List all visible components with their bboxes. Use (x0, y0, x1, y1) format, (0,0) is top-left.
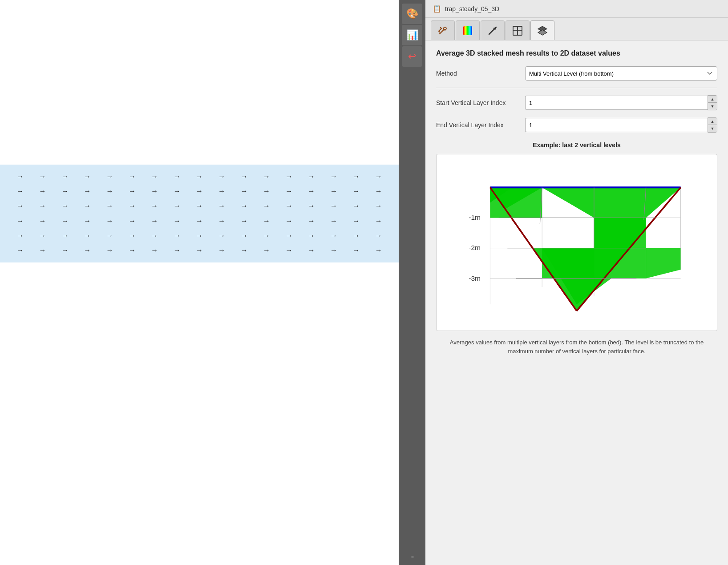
toolbar (425, 18, 728, 40)
layers-button[interactable]: 📊 (402, 25, 422, 45)
arrow-cell: → (54, 184, 76, 198)
undo-button[interactable]: ↩ (402, 46, 422, 67)
end-layer-up[interactable]: ▲ (708, 118, 717, 125)
svg-text:-3m: -3m (469, 274, 481, 282)
arrow-cell: → (9, 184, 31, 198)
tab-tools[interactable] (431, 20, 455, 40)
arrow-cell: → (210, 243, 233, 258)
arrow-cell: → (323, 199, 345, 214)
tab-grid[interactable] (506, 20, 530, 40)
arrow-cell: → (54, 214, 76, 228)
arrow-cell: → (98, 214, 121, 228)
arrow-cell: → (166, 243, 188, 258)
start-layer-buttons: ▲ ▼ (708, 95, 717, 110)
arrow-cell: → (323, 228, 345, 243)
left-sidebar: 🎨 📊 ↩ ··· (399, 0, 425, 565)
start-layer-input[interactable]: 1 (525, 96, 708, 110)
method-label: Method (436, 70, 525, 77)
arrow-cell: → (345, 184, 367, 198)
arrow-cell: → (166, 199, 188, 214)
start-layer-spinbox: 1 ▲ ▼ (525, 95, 717, 110)
arrow-cell: → (300, 243, 323, 258)
arrow-cell: → (278, 184, 300, 198)
arrow-cell: → (300, 199, 323, 214)
start-layer-down[interactable]: ▼ (708, 103, 717, 110)
arrow-cell: → (233, 243, 255, 258)
arrow-cell: → (9, 199, 31, 214)
arrow-cell: → (278, 228, 300, 243)
arrow-cell: → (323, 169, 345, 184)
arrow-cell: → (368, 184, 390, 198)
svg-rect-1 (463, 26, 472, 35)
arrow-cell: → (98, 199, 121, 214)
arrow-cell: → (210, 214, 233, 228)
arrow-cell: → (345, 214, 367, 228)
title-bar: 📋 trap_steady_05_3D (425, 0, 728, 18)
arrow-cell: → (368, 228, 390, 243)
arrow-cell: → (76, 228, 98, 243)
tab-arrow[interactable] (481, 20, 505, 40)
method-select[interactable]: Multi Vertical Level (from bottom) Singl… (525, 66, 717, 81)
arrow-cell: → (9, 243, 31, 258)
arrow-cell: → (278, 199, 300, 214)
arrow-cell: → (31, 169, 53, 184)
end-layer-spinbox: 1 ▲ ▼ (525, 117, 717, 133)
arrow-cell: → (323, 214, 345, 228)
arrow-cell: → (368, 199, 390, 214)
arrow-cell: → (121, 169, 143, 184)
arrow-cell: → (121, 199, 143, 214)
tab-colors[interactable] (456, 20, 480, 40)
arrow-cell: → (121, 243, 143, 258)
start-layer-label: Start Vertical Layer Index (436, 99, 525, 106)
arrow-cell: → (9, 228, 31, 243)
main-content: Average 3D stacked mesh results to 2D da… (425, 40, 728, 565)
arrow-cell: → (166, 184, 188, 198)
arrow-cell: → (188, 243, 210, 258)
arrow-cell: → (210, 169, 233, 184)
arrow-cell: → (31, 243, 53, 258)
arrow-cell: → (345, 228, 367, 243)
right-panel: 📋 trap_steady_05_3D (425, 0, 728, 565)
arrow-cell: → (143, 228, 166, 243)
arrow-cell: → (121, 214, 143, 228)
arrow-cell: → (166, 228, 188, 243)
arrow-cell: → (76, 214, 98, 228)
arrow-cell: → (143, 214, 166, 228)
arrow-cell: → (255, 199, 278, 214)
arrow-cell: → (323, 243, 345, 258)
arrow-cell: → (31, 228, 53, 243)
arrow-cell: → (76, 243, 98, 258)
arrow-cell: → (255, 243, 278, 258)
end-layer-input[interactable]: 1 (525, 118, 708, 132)
arrow-cell: → (166, 169, 188, 184)
arrow-cell: → (143, 184, 166, 198)
sidebar-dots: ··· (410, 552, 414, 561)
arrow-cell: → (98, 184, 121, 198)
arrow-cell: → (255, 214, 278, 228)
arrow-cell: → (98, 243, 121, 258)
start-layer-up[interactable]: ▲ (708, 96, 717, 103)
arrow-cell: → (345, 169, 367, 184)
arrow-cell: → (54, 228, 76, 243)
end-layer-down[interactable]: ▼ (708, 125, 717, 132)
window-title: trap_steady_05_3D (445, 5, 499, 12)
arrow-cell: → (278, 243, 300, 258)
tab-layers[interactable] (530, 20, 554, 40)
arrow-cell: → (255, 169, 278, 184)
arrow-cell: → (210, 199, 233, 214)
map-area[interactable]: →→→→→→→→→→→→→→→→→→→→→→→→→→→→→→→→→→→→→→→→… (0, 0, 399, 565)
divider-1 (436, 88, 717, 88)
arrow-cell: → (345, 199, 367, 214)
arrow-cell: → (233, 214, 255, 228)
svg-point-0 (444, 27, 446, 30)
arrow-cell: → (300, 169, 323, 184)
paint-button[interactable]: 🎨 (402, 4, 422, 24)
arrow-cell: → (188, 228, 210, 243)
arrow-cell: → (300, 184, 323, 198)
svg-marker-8 (538, 30, 547, 35)
arrow-cell: → (54, 199, 76, 214)
arrow-cell: → (9, 214, 31, 228)
arrow-cell: → (143, 199, 166, 214)
arrow-cell: → (9, 169, 31, 184)
arrow-cell: → (233, 184, 255, 198)
